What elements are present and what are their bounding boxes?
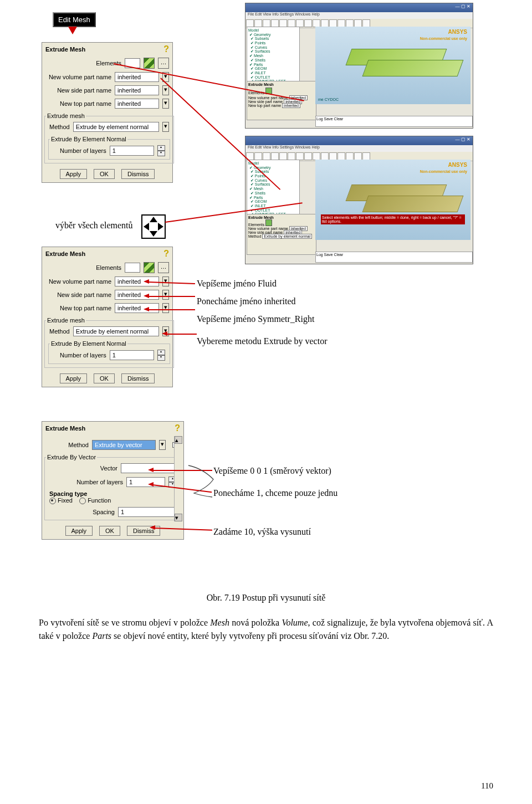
annotation: Ponecháme 1, chceme pouze jednu	[213, 487, 337, 500]
vol-label: New volume part name	[45, 74, 111, 80]
vector-fieldset: Extrude By Vector Vector Number of layer…	[44, 454, 181, 520]
red-connector	[148, 309, 195, 310]
radio-function-label: Function	[88, 497, 111, 504]
arrow-left-icon	[144, 307, 149, 311]
red-connector	[148, 296, 195, 297]
apply-button[interactable]: Apply	[60, 169, 88, 179]
extrude-panel: Extrude Mesh Elements New volume part na…	[247, 81, 316, 120]
layers-field[interactable]: 1	[110, 350, 154, 360]
more-icon[interactable]: …	[158, 262, 169, 273]
extrude-mesh-legend: Extrude mesh	[46, 112, 86, 119]
layers-field[interactable]: 1	[110, 146, 154, 156]
viewport[interactable]: ANSYSNon-commercial use only me CYDOC	[315, 27, 470, 104]
normal-legend: Extrude By Element Normal	[50, 340, 127, 347]
page-number: 110	[481, 781, 493, 791]
ok-button[interactable]: OK	[99, 526, 120, 536]
vol-field[interactable]: inherited	[115, 72, 159, 82]
help-icon[interactable]: ?	[163, 44, 169, 54]
extrude-mesh-dialog-1: Extrude Mesh ? Elements … New volume par…	[42, 42, 173, 183]
arrow-left-icon	[144, 279, 149, 284]
arrow-left-icon	[148, 468, 154, 472]
radio-function[interactable]	[79, 498, 86, 504]
dropdown-icon[interactable]: ▾	[162, 85, 169, 95]
scroll-down-icon[interactable]: ▾	[175, 514, 182, 521]
side-label: New side part name	[45, 291, 111, 298]
side-field[interactable]: inherited	[115, 290, 159, 300]
log-panel[interactable]: Log Save Clear	[315, 116, 473, 127]
radio-fixed[interactable]	[49, 498, 56, 504]
edit-mesh-button[interactable]: Edit Mesh	[53, 12, 96, 27]
elements-label: Elements	[45, 60, 121, 66]
tree-panel[interactable]: Model ✔ Geometry ✔ Subsets ✔ Points ✔ Cu…	[247, 27, 300, 83]
apply-button[interactable]: Apply	[60, 373, 88, 383]
method-field[interactable]: Extrude by vector	[92, 440, 156, 450]
top-label: New top part name	[45, 305, 111, 311]
top-label: New top part name	[45, 100, 111, 107]
extrude-mesh-fieldset: Extrude mesh Method Extrude by element n…	[44, 112, 174, 163]
hint-bar: Select elements with the left button; mi…	[321, 214, 465, 224]
help-icon[interactable]: ?	[163, 249, 169, 259]
titlebar: — ▢ ✕	[245, 3, 473, 12]
figure-caption: Obr. 7.19 Postup při vysunutí sítě	[0, 593, 532, 603]
spin-up-icon[interactable]: ▴	[157, 145, 165, 151]
panel-title: Extrude Mesh	[248, 83, 274, 86]
layers-label: Number of layers	[49, 479, 123, 485]
dismiss-button[interactable]: Dismiss	[121, 373, 155, 383]
dialog-title: Extrude Mesh	[45, 46, 85, 53]
select-all-icon	[141, 214, 166, 239]
select-icon[interactable]	[144, 262, 155, 273]
dialog-title: Extrude Mesh	[45, 250, 85, 257]
edit-mesh-label: Edit Mesh	[58, 16, 90, 24]
side-field[interactable]: inherited	[115, 85, 159, 95]
menubar[interactable]: File Edit View Info Settings Windows Hel…	[245, 12, 473, 19]
method-label: Method	[49, 328, 70, 335]
vector-label: Vector	[49, 465, 117, 472]
panel-title: Extrude Mesh	[248, 216, 274, 219]
dropdown-icon[interactable]: ▾	[162, 290, 169, 300]
menubar[interactable]: File Edit View Info Settings Windows Hel…	[245, 145, 473, 152]
extrude-mesh-dialog-2: Extrude Mesh ? Elements … New volume par…	[42, 247, 173, 387]
top-field[interactable]: inherited	[115, 99, 159, 109]
spacing-type-label: Spacing type	[49, 490, 87, 497]
ansys-window-bottom: — ▢ ✕ File Edit View Info Settings Windo…	[245, 136, 473, 264]
titlebar: — ▢ ✕	[245, 136, 473, 145]
extrude-panel: Extrude Mesh Elements New volume part na…	[247, 214, 316, 255]
method-field[interactable]: Extrude by element normal	[73, 122, 159, 132]
ok-button[interactable]: OK	[94, 373, 115, 383]
dropdown-icon[interactable]: ▾	[159, 440, 166, 450]
vector-legend: Extrude By Vector	[46, 454, 97, 460]
spin-down-icon[interactable]: ▾	[157, 355, 165, 361]
scribble-icon	[186, 463, 219, 501]
dismiss-button[interactable]: Dismiss	[121, 169, 155, 179]
help-icon[interactable]: ?	[175, 423, 180, 433]
scroll-up-icon[interactable]: ▴	[175, 436, 182, 444]
vol-label: New volume part name	[45, 278, 111, 285]
method-field[interactable]: Extrude by element normal	[73, 326, 159, 336]
ansys-window-top: — ▢ ✕ File Edit View Info Settings Windo…	[245, 3, 473, 129]
dropdown-icon[interactable]: ▾	[162, 99, 169, 109]
scrollbar[interactable]: ▴ ▾	[174, 436, 182, 521]
tool-icon[interactable]	[246, 19, 254, 27]
annotation: Zadáme 10, výška vysunutí	[213, 525, 311, 539]
layers-label: Number of layers	[53, 352, 106, 359]
elements-field[interactable]	[125, 263, 140, 273]
top-field[interactable]: inherited	[115, 303, 159, 313]
dialog-title: Extrude Mesh	[45, 425, 85, 432]
apply-button[interactable]: Apply	[65, 526, 93, 536]
select-icon[interactable]	[144, 58, 155, 69]
dropdown-icon[interactable]: ▾	[162, 303, 169, 313]
body-paragraph: Po vytvoření sítě se ve stromu objeví v …	[39, 616, 493, 643]
elements-label: Elements	[45, 264, 121, 271]
extrude-mesh-fieldset: Extrude mesh Method Extrude by element n…	[44, 317, 174, 368]
ok-button[interactable]: OK	[94, 169, 115, 179]
log-panel[interactable]: Log Save Clear	[315, 252, 473, 263]
normal-legend: Extrude By Element Normal	[50, 136, 127, 142]
method-label: Method	[68, 442, 89, 448]
more-icon[interactable]: …	[158, 58, 169, 69]
viewport[interactable]: ANSYSNon-commercial use only Select elem…	[315, 160, 470, 240]
arrow-left-icon	[150, 525, 155, 530]
spin-down-icon[interactable]: ▾	[157, 151, 165, 156]
spacing-field[interactable]: 1	[118, 507, 176, 517]
dropdown-icon[interactable]: ▾	[162, 122, 169, 132]
spin-up-icon[interactable]: ▴	[157, 350, 165, 355]
